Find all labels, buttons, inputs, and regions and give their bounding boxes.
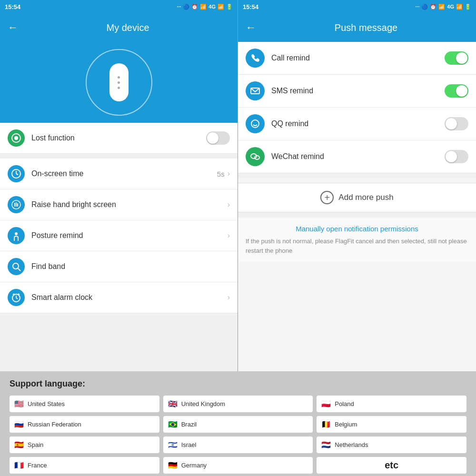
sms-remind-knob bbox=[456, 85, 467, 97]
menu-item-lost-function[interactable]: Lost function bbox=[0, 123, 238, 154]
smart-alarm-icon bbox=[8, 289, 25, 306]
flag-icon: 🇧🇷 bbox=[168, 420, 178, 429]
qq-remind-knob bbox=[446, 118, 457, 129]
lang-name: France bbox=[28, 462, 47, 469]
right-status-icons: ··· 🔵 ⏰ 📶 4G 📶 🔋 bbox=[415, 4, 471, 10]
lang-item-belgium[interactable]: 🇧🇪Belgium bbox=[317, 416, 466, 433]
right-header-title: Push message bbox=[264, 22, 468, 33]
right-status-bar: 15:54 ··· 🔵 ⏰ 📶 4G 📶 🔋 bbox=[238, 0, 476, 13]
lang-name: Germany bbox=[181, 462, 207, 469]
lang-item-france[interactable]: 🇫🇷France bbox=[10, 457, 159, 474]
push-gap bbox=[238, 173, 476, 178]
bottom-section: Support language: 🇺🇸United States🇬🇧Unite… bbox=[0, 371, 476, 476]
posture-remind-icon bbox=[8, 227, 25, 244]
lang-item-russian-federation[interactable]: 🇷🇺Russian Federation bbox=[10, 416, 159, 433]
qq-remind-label: QQ remind bbox=[271, 119, 445, 128]
call-remind-knob bbox=[456, 52, 467, 64]
flag-icon: 🇺🇸 bbox=[14, 399, 24, 408]
lang-name: Brazil bbox=[181, 421, 197, 428]
left-phone: 15:54 ··· 🔵 ⏰ 📶 4G 📶 🔋 ← My device bbox=[0, 0, 238, 371]
lang-name: Poland bbox=[335, 400, 354, 407]
on-screen-time-value: 5s bbox=[217, 170, 225, 178]
svg-point-13 bbox=[251, 120, 259, 128]
on-screen-time-icon bbox=[8, 165, 25, 182]
push-item-sms: SMS remind bbox=[238, 75, 476, 108]
left-back-button[interactable]: ← bbox=[8, 21, 18, 34]
device-circle bbox=[86, 49, 152, 116]
lost-function-icon bbox=[8, 129, 25, 147]
right-back-button[interactable]: ← bbox=[246, 21, 256, 34]
notification-section: Manually open notification permissions I… bbox=[238, 218, 476, 262]
sms-remind-label: SMS remind bbox=[271, 87, 445, 95]
svg-line-4 bbox=[16, 174, 18, 175]
push-content: Call remind SMS remind bbox=[238, 42, 476, 371]
left-time: 15:54 bbox=[5, 3, 20, 10]
call-remind-toggle[interactable] bbox=[445, 51, 468, 65]
lang-item-germany[interactable]: 🇩🇪Germany bbox=[163, 457, 313, 474]
support-language-title: Support language: bbox=[10, 379, 466, 389]
flag-icon: 🇪🇸 bbox=[14, 440, 24, 449]
call-remind-label: Call remind bbox=[271, 54, 445, 62]
on-screen-time-arrow: › bbox=[228, 169, 230, 178]
svg-point-7 bbox=[13, 263, 19, 269]
find-band-icon bbox=[8, 258, 25, 275]
push-item-wechat: WeChat remind bbox=[238, 140, 476, 173]
wechat-remind-toggle[interactable] bbox=[445, 150, 468, 163]
add-more-label: Add more push bbox=[338, 193, 393, 202]
raise-hand-label: Raise hand bright screen bbox=[31, 200, 228, 209]
flag-icon: 🇮🇱 bbox=[168, 440, 178, 449]
sms-remind-icon bbox=[246, 81, 265, 100]
left-status-bar: 15:54 ··· 🔵 ⏰ 📶 4G 📶 🔋 bbox=[0, 0, 238, 13]
find-band-label: Find band bbox=[31, 262, 230, 271]
menu-item-posture-remind[interactable]: Posture remind › bbox=[0, 220, 238, 251]
lang-item-spain[interactable]: 🇪🇸Spain bbox=[10, 436, 159, 453]
section-gap-1 bbox=[0, 154, 238, 159]
lost-function-label: Lost function bbox=[31, 134, 206, 142]
lang-item-israel[interactable]: 🇮🇱Israel bbox=[163, 436, 313, 453]
right-phone: 15:54 ··· 🔵 ⏰ 📶 4G 📶 🔋 ← Push message bbox=[238, 0, 476, 371]
lang-item-poland[interactable]: 🇵🇱Poland bbox=[317, 396, 466, 412]
on-screen-time-label: On-screen time bbox=[31, 169, 217, 178]
lang-name: Netherlands bbox=[335, 441, 368, 448]
left-header-title: My device bbox=[26, 22, 230, 33]
notification-desc: If the push is not normal, please FlagFi… bbox=[246, 237, 468, 255]
push-item-qq: QQ remind bbox=[238, 108, 476, 140]
svg-point-6 bbox=[15, 232, 18, 235]
lang-name: Russian Federation bbox=[28, 421, 81, 428]
right-time: 15:54 bbox=[243, 3, 258, 10]
flag-icon: 🇫🇷 bbox=[14, 461, 24, 470]
sms-remind-toggle[interactable] bbox=[445, 84, 468, 98]
posture-remind-arrow: › bbox=[228, 231, 230, 240]
band-dot-3 bbox=[118, 87, 120, 89]
language-grid: 🇺🇸United States🇬🇧United Kingdom🇵🇱Poland🇷… bbox=[10, 396, 466, 474]
left-header: ← My device bbox=[0, 13, 238, 42]
lost-function-toggle[interactable] bbox=[206, 131, 230, 145]
svg-line-8 bbox=[18, 268, 20, 271]
band-dot-2 bbox=[118, 81, 120, 84]
wechat-remind-icon bbox=[246, 147, 265, 166]
flag-icon: 🇧🇪 bbox=[321, 420, 331, 429]
lang-item-united-kingdom[interactable]: 🇬🇧United Kingdom bbox=[163, 396, 313, 412]
svg-line-11 bbox=[16, 298, 18, 299]
menu-item-smart-alarm[interactable]: Smart alarm clock › bbox=[0, 282, 238, 313]
add-more-icon: + bbox=[320, 191, 334, 204]
menu-item-find-band[interactable]: Find band bbox=[0, 251, 238, 282]
menu-item-raise-hand[interactable]: Raise hand bright screen › bbox=[0, 189, 238, 220]
qq-remind-toggle[interactable] bbox=[445, 117, 468, 130]
add-more-push-button[interactable]: + Add more push bbox=[238, 183, 476, 212]
lang-item-united-states[interactable]: 🇺🇸United States bbox=[10, 396, 159, 412]
flag-icon: 🇳🇱 bbox=[321, 440, 331, 449]
notification-link[interactable]: Manually open notification permissions bbox=[246, 225, 468, 233]
flag-icon: 🇬🇧 bbox=[168, 399, 178, 408]
lang-name: Spain bbox=[28, 441, 43, 448]
notification-gap bbox=[238, 212, 476, 217]
lang-item-netherlands[interactable]: 🇳🇱Netherlands bbox=[317, 436, 466, 453]
posture-remind-label: Posture remind bbox=[31, 231, 228, 240]
menu-item-on-screen-time[interactable]: On-screen time 5s › bbox=[0, 159, 238, 189]
svg-point-1 bbox=[14, 136, 18, 140]
flag-icon: 🇵🇱 bbox=[321, 399, 331, 408]
wechat-remind-label: WeChat remind bbox=[271, 152, 445, 161]
lang-item-brazil[interactable]: 🇧🇷Brazil bbox=[163, 416, 313, 433]
band-dot-1 bbox=[118, 76, 120, 79]
qq-remind-icon bbox=[246, 114, 265, 133]
